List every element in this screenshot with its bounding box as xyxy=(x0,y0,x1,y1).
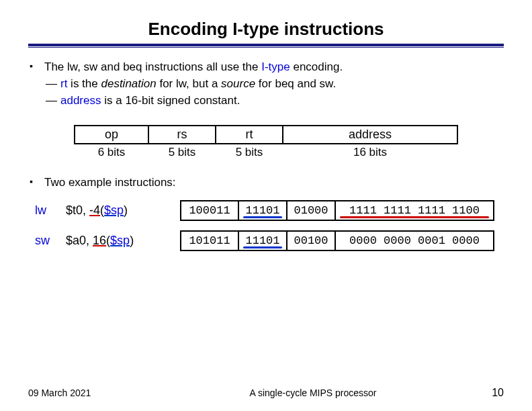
example-1: lw $t0, -4($sp) 100011 11101 01000 1111 … xyxy=(35,200,504,221)
w-addr: 16 bits xyxy=(283,144,457,161)
f-rs: 11101 xyxy=(238,231,287,250)
footer-title: A single-cycle MIPS processor xyxy=(163,387,463,398)
f-op: 100011 xyxy=(181,201,238,220)
reg-rt: $t0 xyxy=(66,203,83,217)
bullet-2: Two example instructions: xyxy=(28,175,504,191)
text: The lw, sw and beq instructions all use … xyxy=(44,60,261,73)
text: is the xyxy=(67,77,101,90)
f-rs: 11101 xyxy=(238,201,287,220)
footer: 09 March 2021 A single-cycle MIPS proces… xyxy=(0,387,532,399)
mnemonic: sw xyxy=(35,234,66,248)
f-addr: 1111 1111 1111 1100 xyxy=(335,201,494,220)
text: is a 16-bit signed constant. xyxy=(101,94,240,107)
w-rt: 5 bits xyxy=(216,144,283,161)
example-2: sw $a0, 16($sp) 101011 11101 00100 0000 … xyxy=(35,230,504,251)
dash-2: address is a 16-bit signed constant. xyxy=(28,93,504,109)
address-word: address xyxy=(60,94,101,107)
text: for beq and sw. xyxy=(255,77,336,90)
dash-1: rt is the destination for lw, but a sour… xyxy=(28,77,504,92)
source-word: source xyxy=(221,77,255,90)
title-rule-thin xyxy=(28,47,504,48)
f-rt: 01000 xyxy=(287,201,335,220)
sep: , xyxy=(86,234,93,247)
encoding: 101011 11101 00100 0000 0000 0001 0000 xyxy=(180,230,494,251)
rp: ) xyxy=(124,203,128,217)
f-op: 101011 xyxy=(181,231,238,250)
text: for lw, but a xyxy=(157,77,221,90)
hdr-addr: address xyxy=(283,126,457,144)
reg-rt: $a0 xyxy=(66,234,86,247)
rp: ) xyxy=(130,234,134,247)
w-op: 6 bits xyxy=(75,144,148,161)
reg-base: $sp xyxy=(104,203,124,217)
imm: -4 xyxy=(89,203,100,217)
slide-number: 10 xyxy=(463,387,504,399)
assembly: $t0, -4($sp) xyxy=(66,203,180,218)
bullet-1: The lw, sw and beq instructions all use … xyxy=(28,60,504,75)
destination-word: destination xyxy=(101,77,156,90)
encoding: 100011 11101 01000 1111 1111 1111 1100 xyxy=(180,200,494,221)
f-rt: 00100 xyxy=(287,231,335,250)
itype-word: I-type xyxy=(261,60,290,73)
w-rs: 5 bits xyxy=(148,144,216,161)
reg-base: $sp xyxy=(110,234,130,247)
text: encoding. xyxy=(290,60,343,73)
imm: 16 xyxy=(93,234,106,247)
format-table: op rs rt address 6 bits 5 bits 5 bits 16… xyxy=(74,125,458,161)
mnemonic: lw xyxy=(35,203,66,218)
slide-title: Encoding I-type instructions xyxy=(28,19,504,44)
assembly: $a0, 16($sp) xyxy=(66,234,180,248)
footer-date: 09 March 2021 xyxy=(28,387,163,398)
rt-word: rt xyxy=(60,77,67,90)
hdr-rs: rs xyxy=(148,126,216,144)
title-rule-thick xyxy=(28,44,504,46)
hdr-rt: rt xyxy=(216,126,283,144)
f-addr: 0000 0000 0001 0000 xyxy=(335,231,494,250)
sep: , xyxy=(83,203,89,217)
hdr-op: op xyxy=(75,126,148,144)
